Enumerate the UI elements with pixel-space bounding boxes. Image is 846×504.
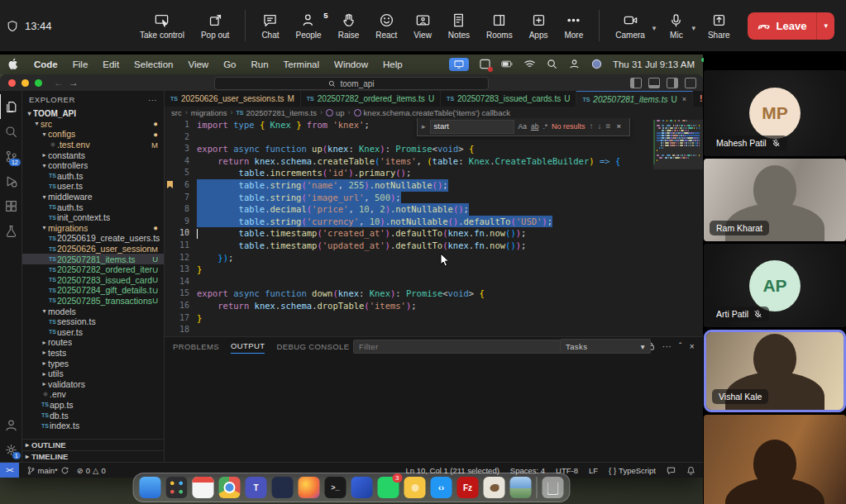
participant-tile-arti-patil[interactable]: APArti Patil [704, 244, 846, 327]
menu-edit[interactable]: Edit [103, 59, 119, 69]
toggle-secondary-sidebar-icon[interactable] [667, 78, 678, 88]
dock-notesdark-icon[interactable] [272, 477, 294, 498]
output-content[interactable] [165, 355, 703, 462]
take-control-button[interactable]: Take control [134, 9, 190, 43]
menu-clock[interactable]: Thu 31 Jul 9:13 AM [613, 59, 695, 69]
whole-word-icon[interactable]: ab [531, 121, 538, 133]
mic-button[interactable]: Mic [662, 9, 690, 43]
tree-item--env[interactable]: .env [22, 389, 164, 400]
tree-item-user-ts[interactable]: TSuser.ts [22, 326, 164, 337]
menu-file[interactable]: File [73, 59, 88, 69]
activity-search[interactable] [0, 119, 22, 144]
notes-button[interactable]: Notes [442, 9, 476, 43]
tree-item-migrations[interactable]: ▾migrations● [22, 223, 164, 234]
tab-debug-console[interactable]: DEBUG CONSOLE [276, 340, 349, 354]
feedback-icon[interactable] [667, 466, 676, 475]
window-close-button[interactable] [8, 79, 16, 87]
eol-item[interactable]: LF [589, 466, 598, 475]
tree-item-configs[interactable]: ▾configs● [22, 129, 164, 140]
find-toggle-replace-icon[interactable]: ▸ [422, 121, 426, 133]
menu-selection[interactable]: Selection [134, 59, 173, 69]
participant-tile-unnamed[interactable] [704, 415, 846, 504]
activity-settings[interactable]: 1 [0, 437, 22, 462]
spotlight-search-icon[interactable] [546, 59, 558, 71]
dock-terminal-icon[interactable]: >_ [325, 477, 347, 498]
dock-filezilla-icon[interactable]: Fz [457, 477, 479, 498]
notifications-bell-icon[interactable] [686, 466, 695, 475]
view-button[interactable]: View [408, 9, 437, 43]
breadcrumb-item[interactable]: knex.schema.createTable('items') callbac… [354, 108, 510, 117]
output-channel-select[interactable]: Tasks▾ [560, 339, 651, 354]
people-button[interactable]: People5 [290, 9, 327, 43]
activity-source-control[interactable]: 12 [0, 144, 22, 169]
more-button[interactable]: More [558, 9, 589, 43]
tree-item-202507283-issued-cards-ts[interactable]: TS202507283_issued_cards.tsU [22, 275, 164, 286]
toggle-panel-icon[interactable] [648, 78, 660, 88]
tree-item-routes[interactable]: ▸routes [22, 337, 164, 348]
menu-app-name[interactable]: Code [34, 59, 58, 69]
tree-item-202507285-transactions-ts[interactable]: TS202507285_transactions.tsU [22, 296, 164, 307]
minimap[interactable] [657, 120, 700, 164]
tree-item-user-ts[interactable]: TSuser.ts [22, 181, 164, 192]
control-center-icon[interactable] [590, 59, 603, 71]
tree-item-202507282-ordered-items-ts[interactable]: TS202507282_ordered_items.tsU [22, 264, 164, 275]
pop-out-button[interactable]: Pop out [195, 9, 235, 43]
dock-launchpad-icon[interactable] [166, 477, 188, 498]
find-previous-icon[interactable]: ↑ [590, 121, 594, 133]
panel-close-icon[interactable]: × [690, 342, 695, 351]
camera-options-chevron-icon[interactable]: ▾ [652, 24, 657, 32]
dock-chrome-icon[interactable] [219, 477, 241, 498]
outline-section[interactable]: ▸OUTLINE [22, 439, 164, 450]
apple-menu-icon[interactable] [8, 58, 19, 72]
dock-trash-icon[interactable] [542, 477, 564, 498]
toggle-sidebar-icon[interactable] [630, 78, 642, 88]
activity-account[interactable] [0, 412, 22, 437]
tree-item-session-ts[interactable]: TSsession.ts [22, 316, 164, 327]
breadcrumb-item[interactable]: up [326, 108, 345, 117]
dock-dbtool-icon[interactable] [351, 477, 373, 498]
timeline-section[interactable]: ▸TIMELINE [22, 450, 164, 462]
tree-item-20250626-user-sessions-ts[interactable]: TS20250626_user_sessions.tsM [22, 244, 164, 254]
rooms-button[interactable]: Rooms [480, 9, 519, 43]
panel-maximize-icon[interactable]: ˆ [679, 342, 682, 351]
apps-button[interactable]: Apps [523, 9, 554, 43]
leave-options-chevron-icon[interactable]: ▾ [816, 12, 834, 40]
breadcrumb[interactable]: src›migrations›TS202507281_items.ts›up›k… [165, 107, 703, 118]
window-minimize-button[interactable] [22, 79, 29, 87]
tree-item-validators[interactable]: ▸validators [22, 378, 164, 389]
customize-layout-icon[interactable] [685, 78, 696, 88]
screen-sharing-indicator-icon[interactable] [449, 58, 469, 71]
raise-button[interactable]: Raise [332, 9, 366, 43]
nav-back-icon[interactable]: ← [54, 77, 64, 88]
breadcrumb-item[interactable]: src [171, 108, 182, 117]
activity-extensions[interactable] [0, 193, 22, 218]
find-next-icon[interactable]: ↓ [598, 121, 602, 133]
git-branch-item[interactable]: main* [26, 466, 69, 475]
breadcrumb-item[interactable]: TS202507281_items.ts [237, 108, 318, 117]
activity-run-debug[interactable] [0, 169, 22, 193]
editor-tab-202507281-items-ts[interactable]: TS202507281_items.tsU× [576, 91, 693, 107]
tree-item-db-ts[interactable]: TSdb.ts [22, 410, 164, 421]
tree-item-controllers[interactable]: ▾controllers [22, 160, 164, 171]
battery-icon[interactable] [501, 59, 514, 71]
dock-firefox-icon[interactable] [299, 477, 320, 498]
menu-run[interactable]: Run [251, 59, 268, 69]
tab-problems[interactable]: PROBLEMS [173, 340, 219, 354]
dock-vscode-icon[interactable]: ‹› [431, 477, 452, 498]
tree-item-types[interactable]: ▸types [22, 358, 164, 368]
leave-button[interactable]: Leave ▾ [748, 12, 834, 40]
find-input[interactable]: start [430, 120, 514, 134]
menu-go[interactable]: Go [223, 59, 236, 69]
code-editor[interactable]: 1import type { Knex } from 'knex';23expo… [165, 118, 703, 336]
panel-more-actions-icon[interactable]: ··· [662, 342, 672, 351]
window-zoom-button[interactable] [35, 79, 42, 87]
tree-item-init-context-ts[interactable]: TSinit_context.ts [22, 212, 164, 223]
find-close-icon[interactable]: × [616, 121, 621, 133]
explorer-more-actions-icon[interactable]: ··· [148, 95, 157, 104]
tree-item--test-env[interactable]: .test.envM [22, 140, 164, 150]
nav-forward-icon[interactable]: → [69, 77, 79, 88]
language-mode-item[interactable]: { }TypeScript [609, 466, 656, 475]
tree-item-tests[interactable]: ▸tests [22, 348, 164, 359]
breadcrumb-item[interactable]: migrations [191, 108, 227, 117]
tree-item-middleware[interactable]: ▾middleware [22, 192, 164, 202]
